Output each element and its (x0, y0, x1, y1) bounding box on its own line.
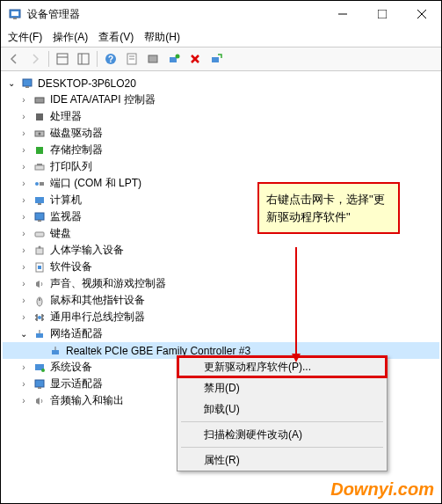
menu-file[interactable]: 文件(F) (8, 30, 42, 45)
context-menu: 更新驱动程序软件(P)... 禁用(D) 卸载(U) 扫描检测硬件改动(A) 属… (177, 355, 388, 471)
chevron-right-icon[interactable]: › (18, 396, 29, 405)
back-button[interactable] (4, 49, 24, 69)
minimize-button[interactable] (322, 1, 362, 27)
menu-help[interactable]: 帮助(H) (144, 30, 180, 45)
menu-action[interactable]: 操作(A) (53, 30, 88, 45)
tree-item[interactable]: ›处理器 (3, 108, 439, 125)
svg-point-29 (35, 182, 39, 186)
chevron-right-icon[interactable]: › (18, 245, 29, 255)
svg-rect-7 (57, 54, 68, 64)
toolbar-icon[interactable] (74, 49, 93, 69)
tree-item[interactable]: ›人体学输入设备 (3, 242, 439, 259)
computer-icon (20, 77, 34, 91)
tree-item[interactable]: ›打印队列 (3, 158, 439, 175)
chevron-right-icon[interactable]: › (18, 262, 29, 272)
svg-rect-28 (37, 164, 42, 165)
tree-item[interactable]: ›软件设备 (3, 259, 439, 275)
tree-label: 磁盘驱动器 (50, 126, 103, 141)
chevron-right-icon[interactable]: › (18, 179, 29, 188)
svg-rect-2 (13, 18, 17, 19)
ctx-properties[interactable]: 属性(R) (178, 449, 387, 471)
device-icon (33, 294, 47, 308)
watermark: Downyi.com (330, 479, 434, 500)
svg-rect-36 (36, 248, 43, 254)
ctx-uninstall[interactable]: 卸载(U) (178, 398, 387, 420)
tree-item[interactable]: ›IDE ATA/ATAPI 控制器 (3, 91, 439, 108)
tree-item[interactable]: ›声音、视频和游戏控制器 (3, 275, 439, 292)
device-icon (33, 260, 47, 274)
tree-label: 监视器 (50, 209, 82, 224)
device-icon (33, 210, 47, 224)
chevron-right-icon[interactable]: › (18, 296, 29, 305)
device-icon (33, 93, 47, 107)
chevron-down-icon[interactable]: ⌄ (18, 329, 29, 339)
chevron-right-icon[interactable]: › (18, 112, 29, 121)
separator (181, 447, 383, 448)
device-icon (33, 377, 47, 391)
tree-label: 显示适配器 (50, 376, 103, 391)
svg-point-42 (38, 316, 41, 319)
svg-point-48 (41, 369, 45, 372)
network-icon (33, 327, 47, 341)
tree-item[interactable]: ›鼠标和其他指针设备 (3, 292, 439, 309)
chevron-right-icon[interactable]: › (18, 128, 29, 138)
chevron-right-icon[interactable]: › (18, 279, 29, 289)
tree-item[interactable]: ›存储控制器 (3, 142, 439, 158)
svg-rect-49 (35, 380, 44, 387)
ctx-scan[interactable]: 扫描检测硬件改动(A) (178, 424, 387, 445)
ctx-update-driver[interactable]: 更新驱动程序软件(P)... (178, 356, 387, 377)
svg-rect-16 (149, 55, 157, 62)
maximize-button[interactable] (362, 1, 402, 27)
svg-rect-20 (23, 79, 32, 86)
svg-text:?: ? (108, 55, 113, 64)
svg-rect-35 (35, 232, 44, 237)
help-icon[interactable]: ? (101, 49, 120, 69)
separator (181, 421, 383, 422)
tree-item[interactable]: ›通用串行总线控制器 (3, 309, 439, 325)
svg-rect-39 (38, 266, 41, 269)
chevron-right-icon[interactable]: › (18, 362, 29, 372)
properties-icon[interactable] (122, 49, 141, 69)
forward-button[interactable] (25, 49, 45, 69)
delete-icon[interactable] (185, 49, 205, 69)
chevron-right-icon[interactable]: › (18, 212, 29, 222)
tree-label: 网络适配器 (50, 326, 103, 341)
chevron-right-icon[interactable]: › (18, 162, 29, 172)
tree-label: 声音、视频和游戏控制器 (50, 276, 166, 291)
tree-label: IDE ATA/ATAPI 控制器 (50, 92, 156, 107)
window-title: 设备管理器 (27, 7, 322, 22)
tree-label: 存储控制器 (50, 142, 103, 157)
svg-rect-45 (52, 350, 59, 354)
svg-point-37 (39, 245, 41, 248)
chevron-right-icon[interactable]: › (18, 95, 29, 105)
tree-root[interactable]: ⌄ DESKTOP-3P6LO20 (3, 75, 439, 91)
tree-label: 端口 (COM 和 LPT) (50, 176, 141, 191)
svg-rect-26 (36, 147, 43, 154)
tree-item[interactable]: ›磁盘驱动器 (3, 125, 439, 142)
tree-item-network[interactable]: ⌄ 网络适配器 (3, 325, 439, 342)
chevron-right-icon[interactable]: › (18, 145, 29, 155)
chevron-right-icon[interactable]: › (18, 229, 29, 238)
chevron-right-icon[interactable]: › (18, 379, 29, 389)
tree-root-label: DESKTOP-3P6LO20 (38, 77, 136, 90)
close-button[interactable] (402, 1, 441, 27)
svg-rect-17 (170, 57, 177, 62)
menu-view[interactable]: 查看(V) (98, 30, 134, 45)
toolbar-icon[interactable] (143, 49, 163, 69)
device-icon (33, 127, 47, 141)
app-icon (8, 7, 22, 21)
annotation-arrow (295, 247, 297, 360)
svg-rect-19 (212, 57, 219, 62)
ctx-disable[interactable]: 禁用(D) (178, 377, 387, 398)
device-icon (33, 110, 47, 124)
toolbar-icon[interactable] (53, 49, 72, 69)
tree-label: 通用串行总线控制器 (50, 310, 145, 325)
svg-rect-22 (35, 98, 44, 103)
toolbar-icon[interactable] (207, 49, 226, 69)
chevron-right-icon[interactable]: › (18, 312, 29, 322)
scan-icon[interactable] (164, 49, 184, 69)
svg-rect-27 (35, 165, 44, 170)
chevron-down-icon[interactable]: ⌄ (6, 78, 17, 88)
chevron-right-icon[interactable]: › (18, 195, 29, 205)
svg-rect-43 (36, 333, 43, 338)
